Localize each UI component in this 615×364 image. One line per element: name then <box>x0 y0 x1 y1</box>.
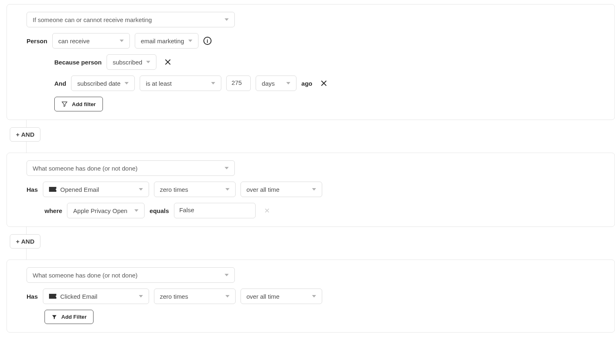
add-filter-button[interactable]: Add Filter <box>45 310 94 324</box>
add-filter-label: Add filter <box>72 101 96 107</box>
chevron-down-icon <box>134 209 138 212</box>
unit-value: days <box>262 80 282 87</box>
timerange-select[interactable]: over all time <box>241 289 322 304</box>
comparator-select[interactable]: is at least <box>140 75 221 91</box>
and-text: AND <box>21 238 35 245</box>
condition-type-value: If someone can or cannot receive marketi… <box>33 16 221 23</box>
has-label: Has <box>27 293 38 300</box>
person-label: Person <box>27 38 47 44</box>
add-filter-button[interactable]: Add filter <box>54 97 103 111</box>
timerange-select[interactable]: over all time <box>241 182 322 197</box>
where-label: where <box>45 207 62 214</box>
date-field-value: subscribed date <box>77 80 120 87</box>
chevron-down-icon <box>146 61 150 63</box>
chevron-down-icon <box>286 82 290 84</box>
number-value: 275 <box>232 79 242 86</box>
match-value-input[interactable]: False <box>174 203 256 218</box>
remove-because-button[interactable] <box>161 55 174 69</box>
comparator-value: is at least <box>146 80 207 87</box>
connector-2: +AND <box>10 227 615 260</box>
timerange-value: over all time <box>247 186 308 193</box>
chevron-down-icon <box>225 274 229 276</box>
because-person-label: Because person <box>54 59 102 66</box>
count-select[interactable]: zero times <box>154 182 236 197</box>
condition-type-select[interactable]: What someone has done (or not done) <box>27 160 235 176</box>
filter-icon <box>51 314 57 320</box>
chevron-down-icon <box>225 167 229 169</box>
info-icon[interactable] <box>203 37 212 45</box>
channel-value: email marketing <box>141 38 184 44</box>
condition-block-3: What someone has done (or not done) Has … <box>7 260 615 333</box>
count-select[interactable]: zero times <box>154 289 236 304</box>
remove-date-filter-button[interactable] <box>317 77 330 90</box>
condition-type-value: What someone has done (or not done) <box>33 165 221 172</box>
property-select[interactable]: Apple Privacy Open <box>67 203 145 218</box>
chevron-down-icon <box>139 188 143 191</box>
unit-select[interactable]: days <box>256 75 296 91</box>
and-connector-button[interactable]: +AND <box>10 234 40 249</box>
plus-icon: + <box>16 131 20 138</box>
chevron-down-icon <box>125 82 129 84</box>
number-input[interactable]: 275 <box>226 75 251 91</box>
flag-icon <box>49 294 56 299</box>
and-text: AND <box>21 131 35 138</box>
chevron-down-icon <box>225 295 230 297</box>
chevron-down-icon <box>312 295 316 297</box>
because-value: subscribed <box>113 59 143 66</box>
chevron-down-icon <box>312 188 316 191</box>
close-icon <box>164 58 172 66</box>
match-value: False <box>179 206 194 213</box>
and-connector-button[interactable]: +AND <box>10 127 40 142</box>
timerange-value: over all time <box>247 293 308 300</box>
chevron-down-icon <box>225 188 230 191</box>
close-icon <box>264 207 270 214</box>
condition-type-select[interactable]: What someone has done (or not done) <box>27 267 235 283</box>
date-field-select[interactable]: subscribed date <box>71 75 135 91</box>
condition-type-value: What someone has done (or not done) <box>33 272 221 279</box>
event-select[interactable]: Opened Email <box>43 182 149 197</box>
can-receive-value: can receive <box>58 38 116 44</box>
and-label: And <box>54 80 66 87</box>
count-value: zero times <box>160 293 221 300</box>
plus-icon: + <box>16 238 20 245</box>
event-value: Clicked Email <box>60 293 135 300</box>
has-label: Has <box>27 186 38 193</box>
chevron-down-icon <box>211 82 215 84</box>
flag-icon <box>49 187 56 192</box>
condition-block-2: What someone has done (or not done) Has … <box>7 153 615 227</box>
connector-1: +AND <box>10 120 615 153</box>
condition-type-select[interactable]: If someone can or cannot receive marketi… <box>27 12 235 27</box>
remove-where-button[interactable] <box>261 204 274 217</box>
filter-icon <box>61 101 68 107</box>
chevron-down-icon <box>120 40 124 42</box>
channel-select[interactable]: email marketing <box>135 33 198 49</box>
condition-block-1: If someone can or cannot receive marketi… <box>7 4 615 120</box>
chevron-down-icon <box>139 295 143 297</box>
event-value: Opened Email <box>60 186 135 193</box>
can-receive-select[interactable]: can receive <box>52 33 130 49</box>
ago-label: ago <box>301 80 312 87</box>
chevron-down-icon <box>225 18 229 21</box>
add-filter-label: Add Filter <box>61 314 87 320</box>
because-select[interactable]: subscribed <box>107 54 157 70</box>
equals-label: equals <box>149 207 169 214</box>
close-icon <box>320 80 328 87</box>
count-value: zero times <box>160 186 221 193</box>
event-select[interactable]: Clicked Email <box>43 289 149 304</box>
property-value: Apple Privacy Open <box>73 207 130 214</box>
chevron-down-icon <box>188 40 192 42</box>
